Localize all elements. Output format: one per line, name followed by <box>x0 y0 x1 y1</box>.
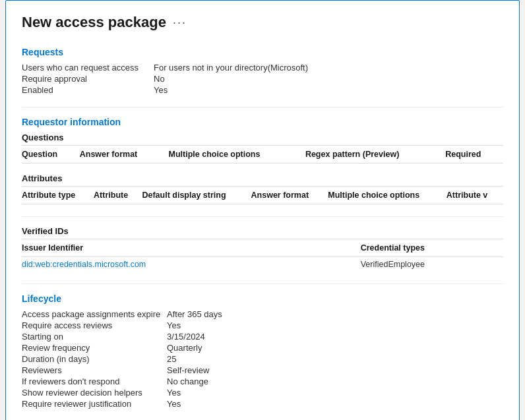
lifecycle-row-val: 3/15/2024 <box>167 332 205 342</box>
lifecycle-row-val: 25 <box>167 354 176 364</box>
questions-col-header: Question <box>22 146 80 164</box>
lifecycle-row: Show reviewer decision helpersYes <box>22 388 503 398</box>
attributes-col-header: Attribute <box>94 187 142 204</box>
lifecycle-row-key: If reviewers don't respond <box>22 376 167 386</box>
lifecycle-row-key: Reviewers <box>22 365 167 375</box>
lifecycle-row-key: Starting on <box>22 332 167 342</box>
lifecycle-label: Lifecycle <box>22 293 503 304</box>
lifecycle-row: Require access reviewsYes <box>22 320 503 330</box>
lifecycle-row: ReviewersSelf-review <box>22 365 503 375</box>
requests-row-key: Require approval <box>22 74 154 84</box>
questions-col-header: Multiple choice options <box>169 146 305 164</box>
verified-ids-header-row: Issuer IdentifierCredential types <box>22 239 503 257</box>
main-window: New access package ··· Requests Users wh… <box>5 0 520 420</box>
lifecycle-row: Access package assignments expireAfter 3… <box>22 309 503 319</box>
lifecycle-row: If reviewers don't respondNo change <box>22 376 503 386</box>
lifecycle-row-key: Access package assignments expire <box>22 309 167 319</box>
lifecycle-row-val: Yes <box>167 388 181 398</box>
divider-2 <box>22 216 503 217</box>
lifecycle-row-val: Self-review <box>167 365 209 375</box>
requests-row-val: Yes <box>154 85 168 95</box>
requests-rows: Users who can request accessFor users no… <box>22 63 503 95</box>
attributes-table: Attribute typeAttributeDefault display s… <box>22 186 503 204</box>
requests-row: Users who can request accessFor users no… <box>22 63 503 73</box>
requests-row: Require approvalNo <box>22 74 503 84</box>
attributes-col-header: Attribute type <box>22 187 94 204</box>
attributes-col-header: Default display string <box>142 187 251 204</box>
requests-row: EnabledYes <box>22 85 503 95</box>
questions-header-row: QuestionAnswer formatMultiple choice opt… <box>22 146 503 164</box>
lifecycle-row: Duration (in days)25 <box>22 354 503 364</box>
lifecycle-row-val: After 365 days <box>167 309 222 319</box>
attributes-col-header: Answer format <box>251 187 328 204</box>
requestor-info-section: Requestor information Questions Question… <box>22 117 503 204</box>
attributes-title: Attributes <box>22 173 503 183</box>
questions-col-header: Required <box>445 146 503 164</box>
lifecycle-section: Lifecycle Access package assignments exp… <box>22 293 503 409</box>
requests-row-val: For users not in your directory(Microsof… <box>154 63 308 73</box>
lifecycle-row-key: Review frequency <box>22 343 167 353</box>
questions-table: QuestionAnswer formatMultiple choice opt… <box>22 145 503 164</box>
divider-3 <box>22 284 503 284</box>
verified-ids-cred-type: VerifiedEmployee <box>361 257 503 272</box>
lifecycle-row-val: Quarterly <box>167 343 202 353</box>
more-options-icon[interactable]: ··· <box>173 16 187 30</box>
questions-col-header: Regex pattern (Preview) <box>305 146 445 164</box>
lifecycle-row: Starting on3/15/2024 <box>22 332 503 342</box>
attributes-col-header: Multiple choice options <box>328 187 447 204</box>
attributes-header-row: Attribute typeAttributeDefault display s… <box>22 187 503 204</box>
verified-ids-col-header: Issuer Identifier <box>22 239 361 257</box>
divider-1 <box>22 107 503 107</box>
verified-ids-table: Issuer IdentifierCredential types did:we… <box>22 239 503 272</box>
page-title: New access package <box>22 14 166 31</box>
requests-section: Requests Users who can request accessFor… <box>22 47 503 95</box>
verified-ids-body: did:web:credentials.microsoft.comVerifie… <box>22 257 503 272</box>
verified-ids-row: did:web:credentials.microsoft.comVerifie… <box>22 257 503 272</box>
title-row: New access package ··· <box>22 14 503 31</box>
verified-ids-col-header: Credential types <box>361 239 503 257</box>
requests-row-key: Users who can request access <box>22 63 154 73</box>
requestor-info-label: Requestor information <box>22 117 503 127</box>
verified-ids-issuer[interactable]: did:web:credentials.microsoft.com <box>22 257 361 272</box>
verified-ids-section: Verified IDs Issuer IdentifierCredential… <box>22 226 503 272</box>
requests-section-label: Requests <box>22 47 503 57</box>
lifecycle-row-key: Show reviewer decision helpers <box>22 388 167 398</box>
attributes-col-header: Attribute v <box>447 187 503 204</box>
lifecycle-row: Require reviewer justificationYes <box>22 399 503 409</box>
requests-row-val: No <box>154 74 165 84</box>
lifecycle-row-val: No change <box>167 376 208 386</box>
lifecycle-row-key: Require access reviews <box>22 320 167 330</box>
lifecycle-rows: Access package assignments expireAfter 3… <box>22 309 503 409</box>
lifecycle-row-val: Yes <box>167 399 181 409</box>
lifecycle-row-key: Require reviewer justification <box>22 399 167 409</box>
verified-ids-label: Verified IDs <box>22 226 503 236</box>
questions-col-header: Answer format <box>80 146 169 164</box>
lifecycle-row-key: Duration (in days) <box>22 354 167 364</box>
lifecycle-row-val: Yes <box>167 320 181 330</box>
requests-row-key: Enabled <box>22 85 154 95</box>
lifecycle-row: Review frequencyQuarterly <box>22 343 503 353</box>
questions-title: Questions <box>22 133 503 142</box>
